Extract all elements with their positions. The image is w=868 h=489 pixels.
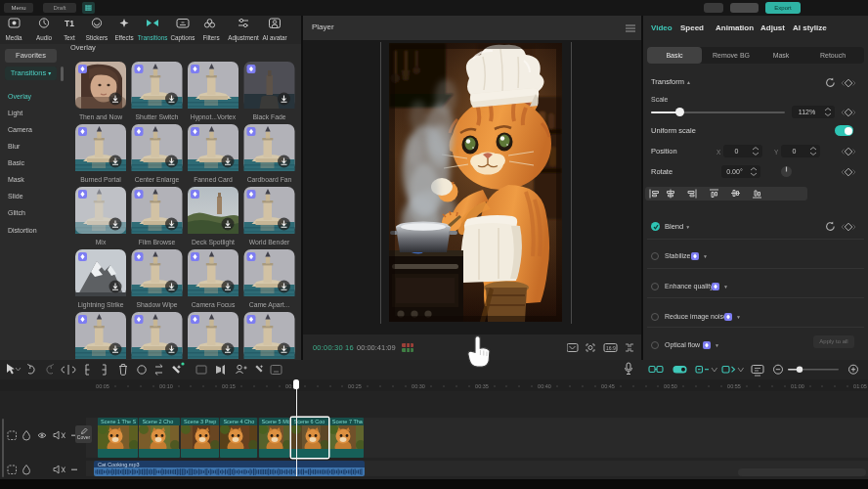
svg-text:Filters: Filters [202,34,219,41]
svg-text:Cardboard Fan: Cardboard Fan [247,176,292,183]
svg-text:Transitions: Transitions [138,34,168,41]
svg-text:00:35: 00:35 [475,383,489,389]
svg-text:00:15: 00:15 [222,383,236,389]
svg-text:00:10: 00:10 [159,383,173,389]
svg-text:World Bender: World Bender [249,239,290,245]
svg-text:00:30: 00:30 [412,383,425,389]
svg-text:Shadow Wipe: Shadow Wipe [137,301,178,309]
svg-text:Mix: Mix [96,239,107,245]
svg-text:Center Enlarge: Center Enlarge [135,176,180,184]
svg-text:00:25: 00:25 [348,383,362,389]
svg-text:Adjustment: Adjustment [228,34,259,42]
svg-text:Then and Now: Then and Now [79,113,122,120]
svg-text:00:45: 00:45 [601,383,615,389]
svg-text:Shutter Switch: Shutter Switch [136,113,179,120]
svg-text:Came Apart...: Came Apart... [249,301,290,309]
svg-text:Deck Spotlight: Deck Spotlight [192,239,235,246]
svg-text:Camera Focus: Camera Focus [192,301,236,308]
svg-text:Hypnot...Vortex: Hypnot...Vortex [191,113,237,121]
svg-text:Burned Portal: Burned Portal [80,176,121,183]
svg-text:Captions: Captions [171,34,195,42]
svg-text:Fanned Card: Fanned Card [194,176,233,183]
svg-text:00:05: 00:05 [96,383,109,389]
svg-text:Effects: Effects [114,34,133,41]
svg-text:Stickers: Stickers [86,34,108,41]
svg-text:Text: Text [64,34,75,41]
svg-text:00:55: 00:55 [727,383,741,389]
svg-text:01:05: 01:05 [853,383,867,389]
svg-text:00:50: 00:50 [664,383,677,389]
svg-text:AI avatar: AI avatar [262,34,286,41]
svg-text:00:40: 00:40 [538,383,551,389]
svg-text:Media: Media [5,34,22,41]
svg-text:16:9: 16:9 [606,345,616,351]
svg-text:T1: T1 [65,19,74,28]
svg-text:01:00: 01:00 [791,383,804,389]
svg-text:Lightning Strike: Lightning Strike [78,301,124,309]
svg-text:Audio: Audio [36,34,53,41]
svg-text:Overlay: Overlay [70,44,96,52]
svg-text:Film Browse: Film Browse [139,239,176,245]
svg-text:Black Fade: Black Fade [252,113,285,120]
